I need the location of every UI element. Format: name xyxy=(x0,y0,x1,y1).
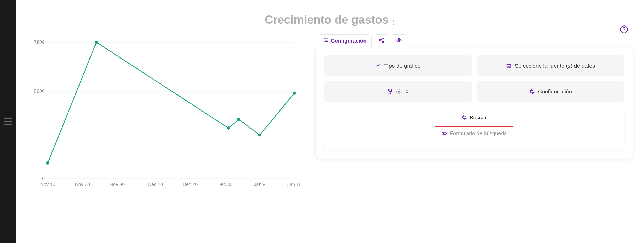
x-axis-button[interactable]: eje X xyxy=(324,81,472,102)
page-title: Crecimiento de gastos xyxy=(265,13,389,26)
svg-rect-39 xyxy=(389,92,391,94)
svg-text:Dec 20: Dec 20 xyxy=(183,182,198,187)
svg-text:5000: 5000 xyxy=(34,89,45,94)
svg-point-0 xyxy=(393,20,394,22)
svg-point-34 xyxy=(382,41,384,43)
search-form-button[interactable]: Formulario de búsqueda xyxy=(435,126,514,140)
chart-type-button[interactable]: Tipo de gráfico xyxy=(324,55,472,76)
more-icon[interactable] xyxy=(392,19,395,27)
svg-text:7809: 7809 xyxy=(34,40,45,45)
svg-text:Nov 30: Nov 30 xyxy=(110,182,125,187)
svg-point-35 xyxy=(398,39,400,41)
menu-toggle[interactable] xyxy=(4,118,12,125)
search-title: Buscar xyxy=(462,114,487,121)
data-source-button[interactable]: Seleccione la fuente (s) de datos xyxy=(477,55,624,76)
button-label: eje X xyxy=(396,88,409,95)
button-label: Configuración xyxy=(538,88,572,95)
svg-point-18 xyxy=(46,161,49,165)
svg-rect-27 xyxy=(324,40,326,40)
branch-icon xyxy=(387,89,393,94)
config-panel: Configuración xyxy=(315,32,634,159)
svg-point-19 xyxy=(95,41,98,44)
eye-icon xyxy=(396,37,402,44)
button-label: Seleccione la fuente (s) de datos xyxy=(515,63,595,69)
svg-point-41 xyxy=(443,133,444,134)
svg-text:Jan 19: Jan 19 xyxy=(287,182,300,187)
svg-rect-25 xyxy=(325,38,328,39)
svg-text:Dec 10: Dec 10 xyxy=(148,182,163,187)
tab-share[interactable] xyxy=(374,34,389,47)
button-label: Tipo de gráfico xyxy=(384,63,420,69)
svg-text:Dec 30: Dec 30 xyxy=(218,182,233,187)
svg-point-3 xyxy=(624,31,625,31)
database-icon xyxy=(506,63,512,69)
svg-point-22 xyxy=(258,133,261,136)
chart-line-icon xyxy=(375,63,381,69)
settings-button[interactable]: Configuración xyxy=(477,81,624,102)
svg-point-1 xyxy=(393,24,394,25)
line-chart: 050007809Nov 10Nov 20Nov 30Dec 10Dec 20D… xyxy=(27,37,300,192)
toggle-icon xyxy=(442,131,447,136)
gear-icon xyxy=(462,115,467,120)
svg-point-36 xyxy=(507,64,511,65)
svg-point-23 xyxy=(293,91,296,94)
svg-rect-28 xyxy=(328,40,328,40)
svg-text:Jan 9: Jan 9 xyxy=(254,182,266,187)
help-icon[interactable] xyxy=(620,25,628,34)
search-card: Buscar Formulario de búsqueda xyxy=(324,108,624,150)
svg-rect-40 xyxy=(442,132,446,134)
svg-point-20 xyxy=(227,126,230,130)
svg-point-33 xyxy=(379,39,381,41)
button-label: Formulario de búsqueda xyxy=(450,130,507,136)
sliders-icon xyxy=(323,37,329,44)
tab-configuration[interactable]: Configuración xyxy=(318,34,372,47)
gear-icon xyxy=(529,89,535,94)
svg-rect-30 xyxy=(324,41,325,42)
svg-text:Nov 10: Nov 10 xyxy=(40,182,55,187)
svg-text:0: 0 xyxy=(42,176,45,181)
svg-point-24 xyxy=(324,38,325,39)
main: Crecimiento de gastos 050007809Nov 10Nov… xyxy=(16,0,644,197)
svg-point-21 xyxy=(237,118,240,121)
tab-preview[interactable] xyxy=(392,34,406,47)
svg-text:Nov 20: Nov 20 xyxy=(75,182,90,187)
chart-area: 050007809Nov 10Nov 20Nov 30Dec 10Dec 20D… xyxy=(27,32,305,192)
svg-point-29 xyxy=(325,41,326,42)
svg-rect-37 xyxy=(388,89,389,91)
tab-label: Configuración xyxy=(331,38,367,44)
share-icon xyxy=(379,37,384,44)
svg-point-26 xyxy=(326,40,327,41)
sidebar xyxy=(0,0,16,243)
svg-rect-38 xyxy=(391,89,392,91)
svg-rect-31 xyxy=(326,41,328,42)
search-title-label: Buscar xyxy=(469,114,487,121)
svg-point-32 xyxy=(382,38,384,39)
